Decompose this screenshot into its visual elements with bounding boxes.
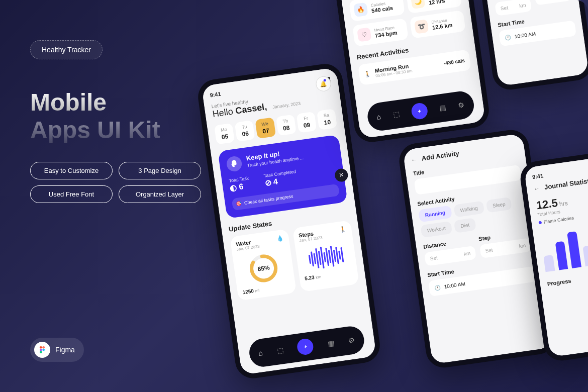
- product-badge: Healthy Tracker: [30, 40, 103, 59]
- heart-icon: ♡: [357, 27, 371, 42]
- day-cell[interactable]: Sa10: [317, 109, 337, 130]
- chip-sleep[interactable]: Sleep: [486, 197, 513, 213]
- route-icon: ➰: [414, 19, 429, 34]
- journal-chart: [540, 222, 588, 272]
- water-card[interactable]: Water Jan, 07 2023 💧 85% 1250 ml: [230, 229, 297, 301]
- steps-chart: [301, 241, 352, 273]
- distance-input[interactable]: Setkm: [495, 0, 532, 16]
- nav-home-icon[interactable]: ⌂: [258, 349, 263, 357]
- svg-point-4: [40, 351, 42, 353]
- journal-progress-label: Progress: [547, 270, 588, 287]
- svg-point-2: [40, 349, 42, 351]
- chip-walking[interactable]: Walking: [453, 201, 484, 218]
- hero-card: Keep It up! Track your health anytime ..…: [218, 135, 347, 219]
- head-icon: [226, 155, 243, 172]
- km-input[interactable]: kmSet: [534, 0, 571, 6]
- status-time: 9:41: [210, 90, 222, 99]
- back-icon[interactable]: ←: [534, 185, 540, 191]
- feature-pill: Easy to Customize: [30, 162, 113, 179]
- clock-icon: 🕐: [504, 34, 511, 41]
- nav-add-button[interactable]: +: [411, 102, 429, 120]
- day-cell[interactable]: Th08: [275, 115, 296, 136]
- headline-1: Mobile: [30, 89, 201, 116]
- day-cell-active[interactable]: We07: [255, 117, 276, 139]
- bottom-nav: ⌂ ⬚ + ▤ ⚙: [248, 325, 366, 368]
- journal-title: Journal Statistic: [544, 176, 588, 191]
- walk-icon: 🚶: [339, 226, 347, 233]
- phone-stats: Progress 🔥Calories540 cals 🌙Sleep12 hrs …: [333, 0, 492, 144]
- legend-dot-icon: [538, 221, 542, 225]
- back-icon[interactable]: ←: [411, 156, 417, 163]
- task-done-value: 4: [272, 177, 278, 186]
- legend-label: Flame Calories: [543, 216, 574, 225]
- nav-add-button[interactable]: +: [297, 338, 315, 356]
- bottom-nav: ⌂ ⬚ + ▤ ⚙: [366, 89, 475, 132]
- walk-icon: 🚶: [364, 70, 372, 78]
- nav-settings-icon[interactable]: ⚙: [348, 336, 355, 345]
- nav-home-icon[interactable]: ⌂: [376, 113, 381, 121]
- close-icon: ✕: [338, 171, 344, 178]
- svg-point-1: [42, 346, 45, 349]
- nav-chart-icon[interactable]: ⬚: [276, 346, 284, 355]
- heart-tile[interactable]: ♡Heart Race734 bpm: [352, 18, 409, 46]
- day-cell[interactable]: Mo05: [214, 123, 235, 145]
- target-icon: 🎯: [236, 201, 242, 207]
- feature-pill: Used Free Font: [30, 185, 113, 203]
- add-activity-title: Add Activity: [421, 149, 460, 162]
- fire-icon: 🔥: [353, 3, 368, 17]
- distance-input[interactable]: Setkm: [424, 246, 476, 266]
- nav-notes-icon[interactable]: ▤: [327, 339, 335, 348]
- figma-badge: Figma: [30, 338, 84, 362]
- feature-pill: 3 Page Design: [119, 162, 201, 179]
- figma-label: Figma: [55, 346, 75, 354]
- greeting-date: January, 2023: [272, 101, 301, 110]
- total-task-value: 6: [238, 182, 244, 191]
- hero-close-button[interactable]: ✕: [334, 167, 349, 182]
- moon-icon: ◐: [229, 182, 238, 193]
- water-percent: 85%: [247, 251, 281, 285]
- day-cell[interactable]: Tu06: [235, 120, 255, 142]
- nav-settings-icon[interactable]: ⚙: [457, 101, 465, 110]
- moon-icon: 🌙: [411, 0, 425, 9]
- svg-point-3: [42, 349, 45, 351]
- feature-pills: Easy to Customize 3 Page Design Used Fre…: [30, 162, 201, 203]
- svg-point-0: [40, 346, 42, 349]
- recent-calories: -430 cals: [443, 58, 465, 66]
- step-input[interactable]: Setkm: [479, 238, 532, 258]
- phone-distance: Distance Setkm kmSet Start Time 🕐 10:00 …: [479, 0, 588, 92]
- clock-icon: 🕐: [434, 284, 440, 291]
- headline-2: Apps UI Kit: [30, 117, 201, 144]
- calories-tile[interactable]: 🔥Calories540 cals: [349, 0, 405, 22]
- feature-pill: Organized Layer: [119, 185, 201, 203]
- steps-card[interactable]: Steps Jan, 07 2023 🚶 5.23 km: [292, 220, 359, 292]
- nav-notes-icon[interactable]: ▤: [439, 104, 446, 113]
- nav-chart-icon[interactable]: ⬚: [393, 110, 400, 119]
- distance-tile[interactable]: ➰Distance12.6 km: [410, 10, 466, 38]
- chip-running[interactable]: Running: [418, 206, 452, 223]
- check-icon: ⊘: [264, 177, 272, 188]
- figma-icon: [34, 342, 50, 358]
- water-icon: 💧: [276, 235, 284, 242]
- day-cell[interactable]: Fr09: [296, 112, 317, 133]
